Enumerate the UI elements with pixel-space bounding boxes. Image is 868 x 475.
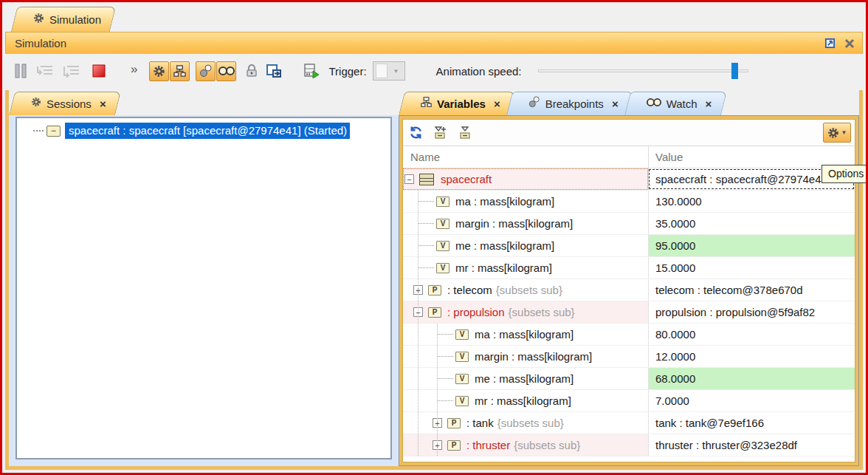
variables-tabstrip: Variables×Breakpoints×Watch×: [399, 90, 859, 115]
table-row[interactable]: Vme : mass[kilogram]95.0000: [403, 235, 855, 257]
table-row[interactable]: +P: telecom{subsets sub}telecom : teleco…: [403, 279, 855, 301]
close-tab-icon[interactable]: ×: [706, 98, 712, 109]
slider-track: [538, 69, 748, 72]
tree-guide-line: [418, 434, 418, 456]
close-tab-icon[interactable]: ×: [612, 98, 619, 109]
tree-connector: [437, 356, 453, 357]
simulation-window-titlebar: Simulation: [5, 32, 863, 54]
collapse-toggle-icon[interactable]: −: [46, 126, 61, 137]
value-property-icon: V: [436, 197, 450, 207]
value-cell[interactable]: 7.0000: [648, 390, 855, 411]
step-into-icon[interactable]: [36, 64, 54, 78]
part-property-icon: P: [447, 440, 461, 451]
close-tab-icon[interactable]: ×: [494, 98, 500, 109]
table-row[interactable]: Vme : mass[kilogram]68.0000: [403, 368, 855, 390]
tab-breakpoints[interactable]: Breakpoints×: [515, 92, 630, 115]
part-property-icon: P: [447, 418, 461, 428]
step-over-icon[interactable]: [63, 64, 80, 78]
name-cell[interactable]: Vmargin : mass[kilogram]: [403, 213, 648, 234]
table-row[interactable]: +P: thruster{subsets sub}thruster : thru…: [403, 434, 855, 457]
value-cell[interactable]: 35.0000: [648, 213, 855, 234]
tree-guide-line: [418, 346, 418, 367]
run-console-icon[interactable]: [303, 64, 320, 78]
value-cell[interactable]: 68.0000: [648, 368, 855, 389]
table-row[interactable]: Vma : mass[kilogram]130.0000: [403, 191, 855, 213]
float-window-icon[interactable]: [824, 38, 836, 49]
row-label: me : mass[kilogram]: [475, 372, 574, 385]
table-row[interactable]: −spacecraftspacecraft : spacecraft@27974…: [403, 168, 855, 191]
name-cell[interactable]: Vma : mass[kilogram]: [403, 324, 648, 345]
block-instance-icon: [419, 174, 434, 185]
name-cell[interactable]: −P: propulsion{subsets sub}: [403, 301, 648, 323]
close-window-icon[interactable]: [844, 38, 855, 49]
terminate-icon[interactable]: [92, 64, 106, 78]
tree-connector: [437, 400, 453, 401]
expand-into-watch-icon[interactable]: [433, 126, 448, 140]
column-header-name[interactable]: Name: [403, 146, 648, 168]
variables-pane-toggle[interactable]: [170, 61, 190, 81]
settings-gear-toggle[interactable]: [149, 61, 169, 81]
tab-watch[interactable]: Watch×: [633, 92, 724, 115]
value-cell[interactable]: 12.0000: [648, 346, 855, 367]
overflow-chevron-icon[interactable]: »: [131, 62, 136, 77]
name-cell[interactable]: Vme : mass[kilogram]: [403, 368, 648, 389]
tree-connector: [418, 223, 434, 224]
refresh-icon[interactable]: [409, 126, 423, 140]
doc-tab-simulation[interactable]: Simulation: [20, 7, 113, 32]
name-cell[interactable]: Vma : mass[kilogram]: [403, 191, 648, 212]
close-tab-icon[interactable]: ×: [100, 98, 106, 109]
name-cell[interactable]: −spacecraft: [403, 168, 648, 190]
table-row[interactable]: Vmr : mass[kilogram]7.0000: [403, 390, 855, 412]
table-row[interactable]: Vmargin : mass[kilogram]12.0000: [403, 346, 855, 368]
value-cell[interactable]: 95.0000: [648, 235, 855, 256]
options-gear-button[interactable]: ▼: [823, 123, 851, 143]
window-title: Simulation: [15, 37, 816, 49]
gear-icon: [33, 13, 44, 27]
table-row[interactable]: Vmr : mass[kilogram]15.0000: [403, 257, 855, 279]
collapse-nodes-icon[interactable]: [458, 126, 473, 140]
lock-icon[interactable]: [246, 64, 258, 78]
tree-guide-line: [437, 346, 438, 367]
row-label: mr : mass[kilogram]: [475, 394, 571, 407]
name-cell[interactable]: Vme : mass[kilogram]: [403, 235, 648, 256]
value-cell[interactable]: 15.0000: [648, 257, 855, 278]
name-cell[interactable]: Vmr : mass[kilogram]: [403, 257, 648, 278]
name-cell[interactable]: Vmargin : mass[kilogram]: [403, 346, 648, 367]
value-cell[interactable]: 130.0000: [648, 191, 855, 212]
table-row[interactable]: −P: propulsion{subsets sub}propulsion : …: [403, 301, 855, 324]
animation-speed-slider[interactable]: [538, 62, 748, 80]
tree-guide-line: [437, 324, 438, 345]
part-property-icon: P: [428, 285, 441, 295]
pause-icon[interactable]: [14, 64, 27, 78]
table-row[interactable]: +P: tank{subsets sub}tank : tank@7e9ef16…: [403, 412, 855, 434]
value-cell[interactable]: 80.0000: [648, 324, 855, 345]
options-tooltip: Options: [822, 165, 868, 183]
watch-pane-toggle[interactable]: [216, 61, 236, 81]
value-cell[interactable]: telecom : telecom@378e670d: [648, 279, 855, 301]
document-tab-bar: Simulation: [2, 2, 866, 32]
session-tree-item[interactable]: − spacecraft : spacecraft [spacecraft@27…: [17, 122, 390, 140]
tab-sessions[interactable]: Sessions ×: [18, 92, 118, 115]
table-row[interactable]: Vmargin : mass[kilogram]35.0000: [403, 213, 855, 235]
name-cell[interactable]: Vmr : mass[kilogram]: [403, 390, 648, 411]
tree-guide-line: [437, 390, 438, 411]
collapse-toggle-icon[interactable]: −: [404, 174, 414, 184]
value-property-icon: V: [455, 374, 469, 384]
value-cell[interactable]: propulsion : propulsion@5f9af82: [648, 301, 855, 323]
variables-tab-icon: [421, 97, 432, 111]
variables-toolbar: ▼: [403, 120, 855, 146]
name-cell[interactable]: +P: tank{subsets sub}: [403, 412, 648, 434]
trigger-combobox[interactable]: ▼: [373, 61, 405, 81]
name-cell[interactable]: +P: telecom{subsets sub}: [403, 279, 648, 301]
row-label: : telecom: [447, 284, 492, 296]
name-cell[interactable]: +P: thruster{subsets sub}: [403, 434, 648, 456]
session-item-label[interactable]: spacecraft : spacecraft [spacecraft@2797…: [65, 123, 350, 139]
value-cell[interactable]: thruster : thruster@323e28df: [648, 434, 855, 456]
table-row[interactable]: Vma : mass[kilogram]80.0000: [403, 324, 855, 346]
slider-handle[interactable]: [731, 63, 738, 79]
detach-window-icon[interactable]: [266, 64, 281, 78]
tree-guide-line: [418, 213, 418, 234]
tab-variables[interactable]: Variables×: [407, 92, 512, 115]
value-cell[interactable]: tank : tank@7e9ef166: [648, 412, 855, 434]
breakpoints-pane-toggle[interactable]: [196, 61, 216, 81]
